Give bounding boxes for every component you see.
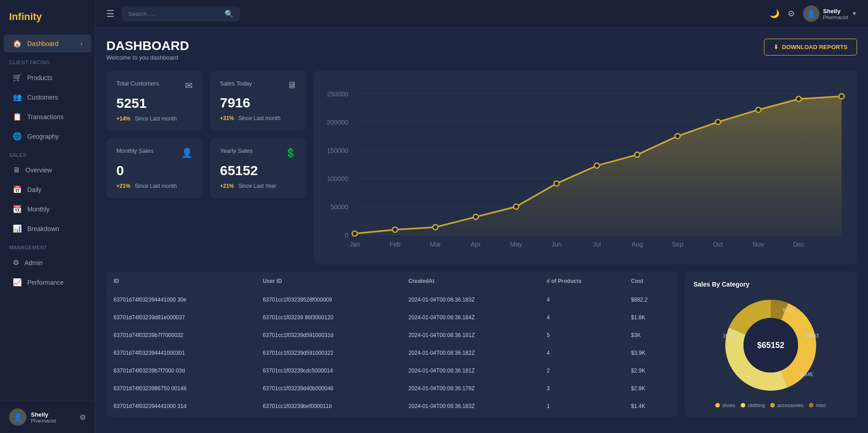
sidebar-item-transactions[interactable]: 📋 Transactions <box>4 108 91 126</box>
cell-userid: 63701cc1f03239 86f3000120 <box>255 308 401 326</box>
sidebar-item-dashboard[interactable]: 🏠 Dashboard › <box>4 35 91 52</box>
donut-label-clothing-value: 22803 <box>805 333 819 338</box>
svg-text:200000: 200000 <box>327 119 348 126</box>
performance-icon: 📈 <box>13 278 22 287</box>
hamburger-icon[interactable]: ☰ <box>106 8 115 19</box>
transactions-icon: 📋 <box>13 112 22 121</box>
stat-icon-monthly: 👤 <box>181 147 193 158</box>
col-header-userid: User ID <box>255 272 401 291</box>
geography-icon: 🌐 <box>13 132 22 141</box>
search-box[interactable]: 🔍 <box>122 6 240 21</box>
sidebar-item-breakdown[interactable]: 📊 Breakdown <box>4 220 91 237</box>
sidebar-performance-label: Performance <box>27 279 64 286</box>
sidebar-item-customers[interactable]: 👥 Customers <box>4 88 91 106</box>
section-label-sales: Sales <box>0 146 95 161</box>
cell-createdat: 2024-01-04T00:08:36.182Z <box>401 344 539 362</box>
sidebar-item-admin[interactable]: ⚙ Admin <box>4 254 91 272</box>
dropdown-icon: ▼ <box>852 10 857 17</box>
table-row: 63701d74f032394441000 30e 63701cc1f03239… <box>106 291 677 308</box>
sidebar-transactions-label: Transactions <box>27 113 64 121</box>
cell-products: 2 <box>539 362 624 379</box>
cell-products: 1 <box>539 397 624 415</box>
svg-text:150000: 150000 <box>327 147 348 154</box>
legend-shoes: shoes <box>715 403 735 408</box>
content-area: DASHBOARD Welcome to you dashboard ⬇ DOW… <box>95 28 868 433</box>
stat-footer-yearly: +21% Since Last Year <box>220 183 296 189</box>
sidebar-breakdown-label: Breakdown <box>27 225 59 232</box>
donut-chart-section: Sales By Category <box>684 272 857 417</box>
cell-id: 63701d74f03239b7f7000 03d <box>106 362 255 379</box>
svg-point-17 <box>554 181 559 186</box>
sidebar-monthly-label: Monthly <box>27 206 50 213</box>
search-input[interactable] <box>128 10 221 17</box>
cell-products: 4 <box>539 344 624 362</box>
topbar-right: 🌙 ⚙ 👤 Shelly Pharmacist ▼ <box>769 5 857 22</box>
stat-title-customers: Total Customers <box>116 80 159 87</box>
col-header-cost: Cost <box>624 272 677 291</box>
cell-id: 63701d74f032394441000 30e <box>106 291 255 308</box>
sidebar-admin-label: Admin <box>25 259 43 267</box>
stat-value-yearly: 65152 <box>220 163 296 178</box>
topbar-user-text: Shelly Pharmacist <box>823 8 848 20</box>
section-label-management: Management <box>0 238 95 253</box>
stat-title-yearly: Yearly Sales <box>220 147 253 154</box>
transactions-table: ID User ID CreatedAt # of Products Cost … <box>106 272 677 417</box>
page-title: DASHBOARD <box>106 39 189 53</box>
svg-point-16 <box>514 204 519 209</box>
cell-products: 5 <box>539 326 624 344</box>
donut-title: Sales By Category <box>693 281 749 288</box>
cell-id: 63701d74f0323986750 00148 <box>106 379 255 397</box>
svg-text:Aug: Aug <box>632 241 643 248</box>
svg-text:Nov: Nov <box>753 241 764 248</box>
svg-point-20 <box>675 134 680 139</box>
sidebar-item-performance[interactable]: 📈 Performance <box>4 273 91 291</box>
table-row: 63701d74f03239b7f7000 03d 63701cc1f03239… <box>106 362 677 379</box>
svg-point-18 <box>594 163 599 168</box>
moon-icon[interactable]: 🌙 <box>769 9 779 19</box>
svg-text:Apr: Apr <box>471 241 481 248</box>
settings-icon[interactable]: ⚙ <box>788 9 795 19</box>
cell-createdat: 2024-01-04T00:08:36.184Z <box>401 308 539 326</box>
cell-userid: 63701cc1f03239cdc5000014 <box>255 362 401 379</box>
sidebar-item-monthly[interactable]: 📆 Monthly <box>4 200 91 218</box>
stat-pct-yearly: +21% <box>220 183 234 189</box>
table-row: 63701d74f0323986750 00148 63701cc1f03239… <box>106 379 677 397</box>
svg-text:Jul: Jul <box>593 241 601 248</box>
cell-createdat: 2024-01-04T00:08:36.183Z <box>401 397 539 415</box>
sidebar-item-overview[interactable]: 🖥 Overview <box>4 161 91 179</box>
cell-id: 63701d74f032394441000 31d <box>106 397 255 415</box>
sidebar-item-products[interactable]: 🛒 Products <box>4 69 91 86</box>
download-btn-label: DOWNLOAD REPORTS <box>782 44 848 50</box>
stat-value-sales-today: 7916 <box>220 95 296 111</box>
cart-icon: 🛒 <box>13 73 22 82</box>
sidebar-item-geography[interactable]: 🌐 Geography <box>4 127 91 145</box>
svg-text:Jun: Jun <box>551 241 562 248</box>
user-profile[interactable]: 👤 Shelly Pharmacist ▼ <box>803 5 857 22</box>
sidebar-gear-icon[interactable]: ⚙ <box>80 413 86 422</box>
table-row: 63701d74f03239d81e000037 63701cc1f03239 … <box>106 308 677 326</box>
legend-accessories: accessories <box>770 403 803 408</box>
topbar-avatar: 👤 <box>803 5 819 22</box>
stat-card-yearly-sales: Yearly Sales 💲 65152 +21% Since Last Yea… <box>210 138 306 198</box>
stat-pct-monthly: +21% <box>116 183 130 189</box>
topbar-user-role: Pharmacist <box>823 15 848 20</box>
donut-label-misc-value: 16288 <box>723 333 737 338</box>
svg-point-19 <box>635 152 640 157</box>
cell-cost: $882.2 <box>624 291 677 308</box>
page-header: DASHBOARD Welcome to you dashboard ⬇ DOW… <box>106 39 857 61</box>
sidebar-avatar: 👤 <box>9 408 26 426</box>
stat-icon-sales-today: 🖥 <box>287 80 296 91</box>
topbar: ☰ 🔍 🌙 ⚙ 👤 Shelly Pharmacist ▼ <box>95 0 868 28</box>
table-row: 63701d74f032394441000301 63701cc1f03239d… <box>106 344 677 362</box>
stat-card-total-customers: Total Customers ✉ 5251 +14% Since Last m… <box>106 71 203 131</box>
download-reports-button[interactable]: ⬇ DOWNLOAD REPORTS <box>764 39 857 55</box>
sidebar-dashboard-label: Dashboard <box>27 40 59 47</box>
cell-id: 63701d74f03239d81e000037 <box>106 308 255 326</box>
stat-value-monthly: 0 <box>116 163 193 178</box>
svg-point-23 <box>796 96 801 101</box>
sidebar-item-daily[interactable]: 📅 Daily <box>4 181 91 198</box>
cell-createdat: 2024-01-04T00:08:36.181Z <box>401 362 539 379</box>
stat-since-monthly: Since Last month <box>135 183 177 189</box>
cell-cost: $1.4K <box>624 397 677 415</box>
cell-userid: 63701cc1f03239d591000322 <box>255 344 401 362</box>
